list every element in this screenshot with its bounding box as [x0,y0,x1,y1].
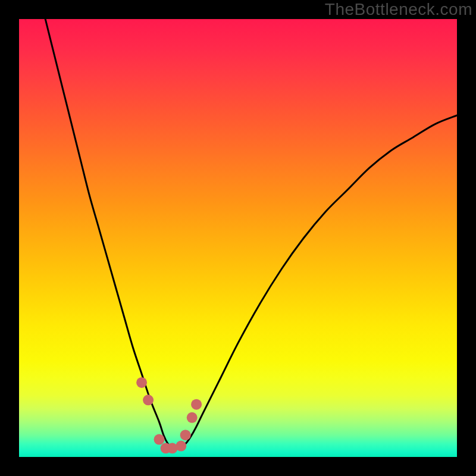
watermark-text: TheBottleneck.com [325,0,472,19]
bottleneck-curve-svg [19,19,457,457]
chart-frame: TheBottleneck.com [0,0,476,476]
highlight-marker [180,430,191,440]
highlight-marker [176,441,186,452]
highlight-marker [154,434,165,445]
bottleneck-curve-path [45,19,457,449]
gradient-plot-area [19,19,457,457]
highlight-marker [187,412,198,423]
highlight-marker [191,399,202,410]
highlight-marker [136,377,147,388]
highlight-marker [143,394,154,405]
